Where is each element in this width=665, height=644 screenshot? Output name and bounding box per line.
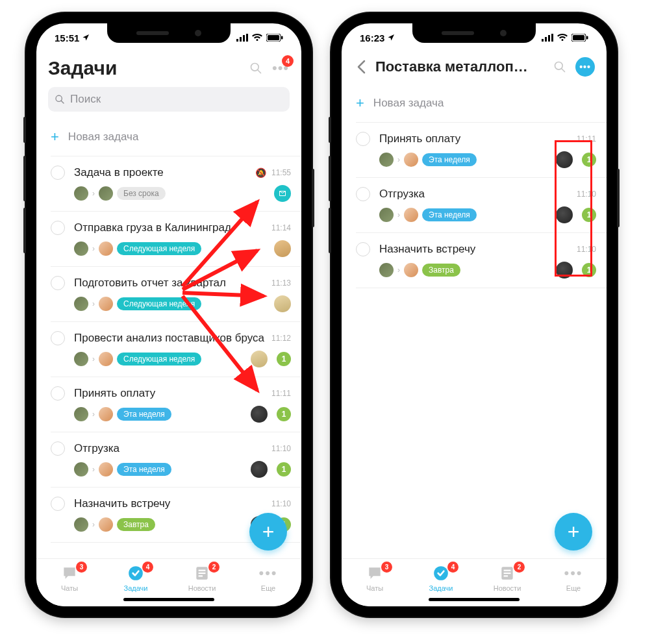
notif-badge: 4 [282, 55, 294, 67]
tab-label: Новости [494, 584, 521, 592]
task-time: 11:13 [271, 279, 291, 288]
avatar [404, 208, 418, 222]
more-button[interactable]: ••• [575, 57, 595, 77]
avatar [404, 153, 418, 167]
task-row[interactable]: Отгрузка 11:10 › Эта неделя 1 [36, 432, 301, 487]
task-checkbox[interactable] [51, 331, 65, 345]
project-icon[interactable] [274, 295, 291, 312]
task-time: 11:10 [577, 245, 596, 254]
project-icon[interactable] [556, 206, 573, 223]
avatar [99, 407, 113, 421]
task-row[interactable]: Задача в проекте 🔕 11:55 › Без срока [36, 156, 301, 211]
chevron-right-icon: › [92, 410, 95, 419]
svg-rect-5 [268, 35, 279, 40]
tab-badge: 4 [447, 562, 458, 573]
tab-Еще[interactable]: ••• Еще [551, 564, 596, 606]
svg-rect-23 [551, 34, 553, 42]
count-badge: 1 [277, 407, 291, 421]
svg-rect-0 [236, 39, 238, 42]
back-button[interactable] [353, 59, 369, 75]
fab-add-button[interactable]: + [555, 513, 592, 551]
project-icon[interactable] [556, 151, 573, 168]
phone-left: 15:51 Задачи ••• 4 [26, 13, 312, 617]
task-row[interactable]: Принять оплату 11:11 › Эта неделя 1 [342, 123, 607, 177]
tab-badge: 3 [381, 562, 392, 573]
svg-line-8 [258, 70, 261, 73]
svg-rect-31 [504, 570, 511, 571]
task-row[interactable]: Назначить встречу 11:10 › Завтра 1 [342, 233, 607, 288]
fab-add-button[interactable]: + [249, 513, 287, 551]
task-checkbox[interactable] [51, 221, 65, 235]
due-chip: Эта неделя [117, 463, 171, 476]
tab-Чаты[interactable]: 3 Чаты [352, 564, 397, 606]
task-checkbox[interactable] [51, 441, 65, 456]
task-row[interactable]: Принять оплату 11:11 › Эта неделя 1 [36, 377, 301, 432]
header: Задачи ••• 4 [36, 52, 301, 87]
tab-label: Новости [188, 584, 216, 592]
search-icon [55, 94, 65, 105]
task-title: Назначить встречу [379, 243, 571, 256]
home-indicator [429, 598, 520, 601]
avatar [74, 407, 88, 421]
task-checkbox[interactable] [51, 386, 65, 401]
svg-rect-6 [281, 36, 283, 40]
project-icon[interactable] [556, 262, 573, 279]
project-icon[interactable] [274, 240, 291, 257]
due-chip: Завтра [117, 518, 155, 531]
status-time: 15:51 [55, 32, 79, 43]
task-checkbox[interactable] [356, 132, 370, 146]
avatar [74, 462, 88, 477]
avatar [379, 153, 394, 167]
avatar [99, 462, 113, 477]
tab-Чаты[interactable]: 3 Чаты [47, 564, 92, 606]
new-task-button[interactable]: + Новая задача [342, 84, 607, 122]
svg-rect-25 [573, 35, 584, 40]
notifications-button[interactable]: ••• 4 [271, 59, 290, 77]
new-task-button[interactable]: + Новая задача [36, 118, 301, 156]
tab-badge: 2 [514, 562, 525, 573]
new-task-label: Новая задача [68, 130, 139, 143]
task-title: Отправка груза в Калининград [74, 221, 266, 234]
svg-rect-33 [504, 575, 508, 576]
task-checkbox[interactable] [356, 187, 370, 201]
due-chip: Следующая неделя [117, 297, 201, 310]
avatar [99, 297, 113, 311]
task-time: 11:55 [271, 168, 291, 177]
task-checkbox[interactable] [51, 497, 65, 511]
avatar [99, 186, 113, 201]
search-input[interactable]: Поиск [48, 87, 290, 112]
task-title: Принять оплату [74, 387, 266, 400]
due-chip: Без срока [117, 187, 166, 200]
task-title: Назначить встречу [74, 497, 266, 510]
project-icon[interactable] [274, 185, 291, 202]
task-title: Задача в проекте [74, 166, 253, 179]
task-row[interactable]: Отправка груза в Калининград 11:14 › Сле… [36, 212, 301, 266]
project-icon[interactable] [251, 351, 268, 367]
task-time: 11:10 [577, 190, 596, 199]
task-checkbox[interactable] [51, 276, 65, 290]
location-icon [387, 34, 395, 42]
chevron-right-icon: › [92, 354, 95, 364]
task-title: Подготовить отчет за квартал [74, 277, 266, 290]
svg-rect-14 [199, 573, 206, 574]
task-time: 11:11 [271, 389, 291, 398]
task-row[interactable]: Подготовить отчет за квартал 11:13 › Сле… [36, 267, 301, 321]
wifi-icon [557, 34, 568, 42]
avatar [74, 517, 88, 532]
search-button[interactable] [247, 59, 265, 77]
svg-line-28 [562, 69, 565, 72]
task-row[interactable]: Провести анализ поставщиков бруса 11:12 … [36, 322, 301, 377]
project-icon[interactable] [251, 406, 268, 423]
chevron-left-icon [357, 60, 366, 74]
svg-rect-15 [199, 575, 203, 576]
task-checkbox[interactable] [356, 242, 370, 256]
task-row[interactable]: Отгрузка 11:10 › Эта неделя 1 [342, 178, 607, 232]
due-chip: Следующая неделя [117, 242, 201, 255]
project-icon[interactable] [251, 461, 268, 478]
task-checkbox[interactable] [51, 166, 65, 180]
search-button[interactable] [551, 58, 569, 76]
tab-label: Задачи [429, 584, 453, 592]
svg-rect-20 [542, 39, 544, 42]
tab-Еще[interactable]: ••• Еще [245, 564, 291, 606]
chevron-right-icon: › [92, 299, 95, 308]
